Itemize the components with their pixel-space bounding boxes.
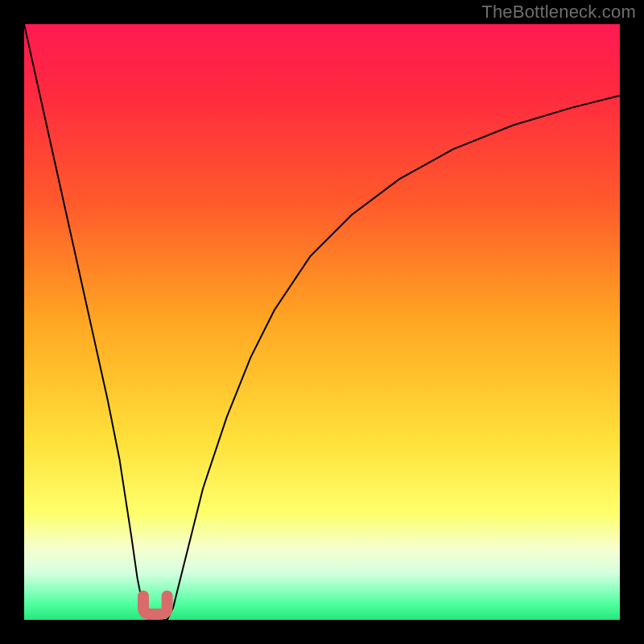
chart-frame: TheBottleneck.com — [0, 0, 644, 644]
bottleneck-curve — [24, 24, 620, 620]
watermark-text: TheBottleneck.com — [481, 2, 636, 23]
optimal-u-marker — [143, 596, 167, 614]
plot-area — [24, 24, 620, 620]
curve-line — [24, 24, 620, 620]
